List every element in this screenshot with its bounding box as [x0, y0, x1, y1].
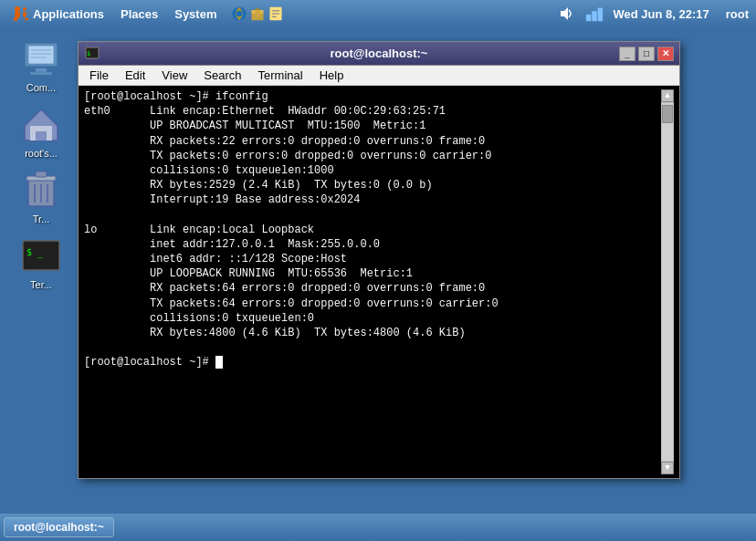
scroll-thumb[interactable] — [662, 105, 673, 123]
trash-icon — [19, 168, 63, 212]
desktop-icon-trash[interactable]: Tr... — [5, 168, 78, 224]
system-menu-button[interactable]: System — [167, 5, 224, 23]
home-folder-icon — [19, 102, 63, 146]
network-icon[interactable] — [585, 5, 604, 23]
title-left-spacer: $ — [84, 46, 139, 62]
svg-point-3 — [23, 12, 26, 17]
terminal-icon-label: Ter... — [30, 279, 52, 290]
firefox-icon[interactable] — [231, 5, 247, 22]
terminal-titlebar: $ root@localhost:~ _ □ ✕ — [79, 42, 679, 66]
svg-text:$ _: $ _ — [26, 247, 44, 258]
svg-rect-23 — [36, 68, 47, 72]
svg-point-5 — [25, 18, 28, 21]
top-taskbar: Applications Places System — [0, 0, 756, 27]
terminal-menubar: File Edit View Search Terminal Help — [79, 66, 679, 86]
taskbar-left: Applications Places System — [5, 4, 284, 24]
svg-rect-17 — [586, 15, 591, 21]
home-icon-label: root's... — [25, 148, 58, 159]
svg-rect-18 — [593, 11, 597, 21]
taskbar-right: Wed Jun 8, 22:17 root — [558, 5, 749, 23]
svg-marker-16 — [561, 7, 568, 20]
minimize-button[interactable]: _ — [619, 47, 635, 61]
help-menu[interactable]: Help — [312, 67, 352, 84]
svg-point-2 — [15, 11, 20, 18]
view-menu[interactable]: View — [154, 67, 194, 84]
terminal-desktop-icon: $ _ — [19, 234, 63, 277]
svg-rect-19 — [598, 8, 603, 22]
terminal-title-text: root@localhost:~ — [139, 47, 619, 60]
desktop-icon-terminal[interactable]: $ _ Ter... — [5, 234, 78, 290]
svg-rect-21 — [28, 46, 54, 64]
svg-point-4 — [14, 17, 18, 21]
svg-point-7 — [236, 11, 243, 17]
places-menu-button[interactable]: Places — [113, 5, 165, 23]
terminal-window-controls: _ □ ✕ — [619, 47, 674, 61]
svg-point-1 — [23, 7, 26, 11]
terminal-content[interactable]: [root@localhost ~]# ifconfig eth0 Link e… — [79, 86, 679, 478]
svg-text:$: $ — [87, 50, 90, 57]
applications-icon — [13, 5, 29, 22]
terminal-output-text: [root@localhost ~]# ifconfig eth0 Link e… — [84, 90, 499, 369]
terminal-window-icon: $ — [84, 46, 100, 62]
desktop-icon-computer[interactable]: Com... — [5, 36, 78, 93]
terminal-output: [root@localhost ~]# ifconfig eth0 Link e… — [84, 89, 661, 474]
search-menu[interactable]: Search — [196, 67, 248, 84]
close-button[interactable]: ✕ — [657, 47, 674, 61]
system-label: System — [174, 7, 216, 21]
svg-rect-32 — [36, 172, 47, 177]
computer-icon — [19, 36, 63, 80]
computer-icon-label: Com... — [26, 82, 56, 93]
desktop-icon-home[interactable]: root's... — [5, 102, 78, 159]
places-label: Places — [121, 7, 158, 21]
note-icon[interactable] — [268, 5, 284, 22]
file-menu[interactable]: File — [82, 67, 116, 84]
desktop-icons: Com... root's... Tr... — [0, 27, 82, 290]
volume-icon[interactable] — [558, 5, 576, 23]
user-label: root — [726, 7, 749, 21]
datetime: Wed Jun 8, 22:17 — [613, 7, 709, 21]
svg-rect-29 — [36, 131, 47, 140]
terminal-menu[interactable]: Terminal — [251, 67, 310, 84]
applications-menu-button[interactable]: Applications — [5, 4, 111, 24]
edit-menu[interactable]: Edit — [118, 67, 152, 84]
svg-rect-24 — [30, 72, 52, 75]
scroll-up-arrow[interactable]: ▲ — [661, 89, 674, 102]
terminal-window: $ root@localhost:~ _ □ ✕ File Edit View … — [78, 41, 680, 479]
terminal-cursor — [215, 356, 223, 369]
maximize-button[interactable]: □ — [638, 47, 655, 61]
package-icon[interactable] — [249, 5, 266, 22]
applications-label: Applications — [33, 7, 104, 21]
scroll-track[interactable] — [662, 103, 673, 461]
svg-rect-11 — [256, 10, 260, 16]
trash-icon-label: Tr... — [33, 213, 50, 224]
terminal-scrollbar[interactable]: ▲ ▼ — [661, 89, 674, 474]
scroll-down-arrow[interactable]: ▼ — [661, 462, 674, 474]
taskbar-terminal-task[interactable]: root@localhost:~ — [4, 517, 114, 537]
bottom-taskbar: root@localhost:~ — [0, 514, 756, 541]
